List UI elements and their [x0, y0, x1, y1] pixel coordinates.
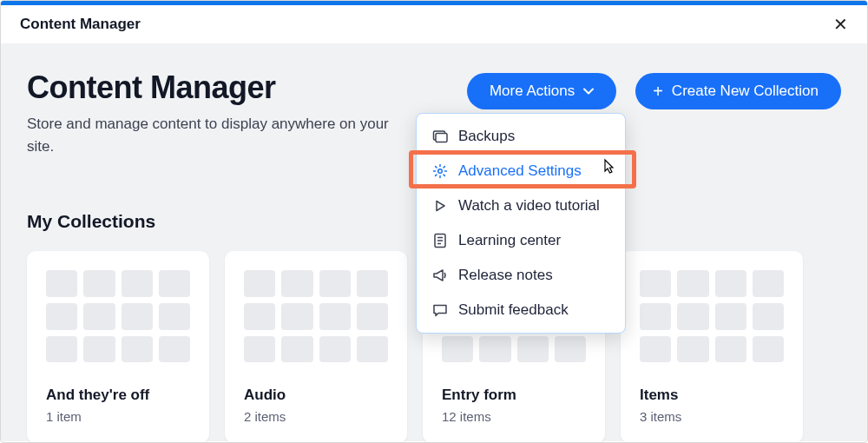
dropdown-item-release-notes[interactable]: Release notes: [417, 258, 625, 293]
collection-card[interactable]: Audio 2 items: [225, 251, 407, 443]
collection-count: 3 items: [640, 409, 784, 424]
collection-count: 1 item: [46, 409, 190, 424]
svg-rect-1: [436, 134, 447, 142]
header-title: Content Manager: [20, 16, 141, 33]
dropdown-item-label: Watch a video tutorial: [458, 197, 600, 215]
dropdown-item-advanced-settings[interactable]: Advanced Settings: [417, 154, 625, 188]
action-buttons: More Actions + Create New Collection: [467, 73, 841, 109]
create-collection-label: Create New Collection: [672, 83, 819, 100]
title-block: Content Manager Store and manage content…: [27, 69, 467, 157]
play-icon: [432, 198, 448, 214]
document-icon: [432, 233, 448, 248]
page-title: Content Manager: [27, 69, 467, 106]
header-bar: Content Manager ✕: [1, 5, 867, 43]
collection-thumb: [46, 270, 190, 362]
dropdown-item-submit-feedback[interactable]: Submit feedback: [417, 293, 625, 327]
collection-title: Entry form: [442, 387, 586, 404]
dropdown-item-label: Backups: [458, 128, 515, 145]
collection-card[interactable]: And they're off 1 item: [27, 251, 209, 443]
content-area: Content Manager Store and manage content…: [1, 43, 867, 441]
page-subtitle: Store and manage content to display anyw…: [27, 113, 391, 157]
dropdown-item-learning-center[interactable]: Learning center: [417, 223, 625, 258]
collection-title: Items: [640, 387, 784, 404]
dropdown-item-label: Submit feedback: [458, 301, 569, 319]
more-actions-button[interactable]: More Actions: [467, 73, 616, 109]
backups-icon: [432, 129, 448, 144]
dropdown-item-label: Advanced Settings: [458, 162, 582, 180]
dropdown-item-backups[interactable]: Backups: [417, 119, 625, 154]
chevron-down-icon: [583, 86, 594, 96]
close-icon[interactable]: ✕: [833, 16, 848, 33]
collection-title: Audio: [244, 387, 388, 404]
collection-count: 12 items: [442, 409, 586, 424]
megaphone-icon: [432, 268, 448, 283]
more-actions-dropdown: Backups Advanced Settings Watch a video …: [416, 113, 626, 334]
collection-title: And they're off: [46, 387, 190, 404]
collection-count: 2 items: [244, 409, 388, 424]
svg-point-2: [438, 169, 443, 174]
collection-thumb: [640, 270, 784, 362]
gear-icon: [432, 163, 448, 179]
collection-thumb: [244, 270, 388, 362]
dropdown-item-label: Release notes: [458, 267, 553, 284]
collection-card[interactable]: Items 3 items: [621, 251, 803, 443]
dropdown-item-label: Learning center: [458, 232, 561, 249]
more-actions-label: More Actions: [490, 83, 575, 100]
chat-icon: [432, 302, 448, 318]
dropdown-item-video-tutorial[interactable]: Watch a video tutorial: [417, 188, 625, 223]
create-collection-button[interactable]: + Create New Collection: [635, 73, 841, 109]
